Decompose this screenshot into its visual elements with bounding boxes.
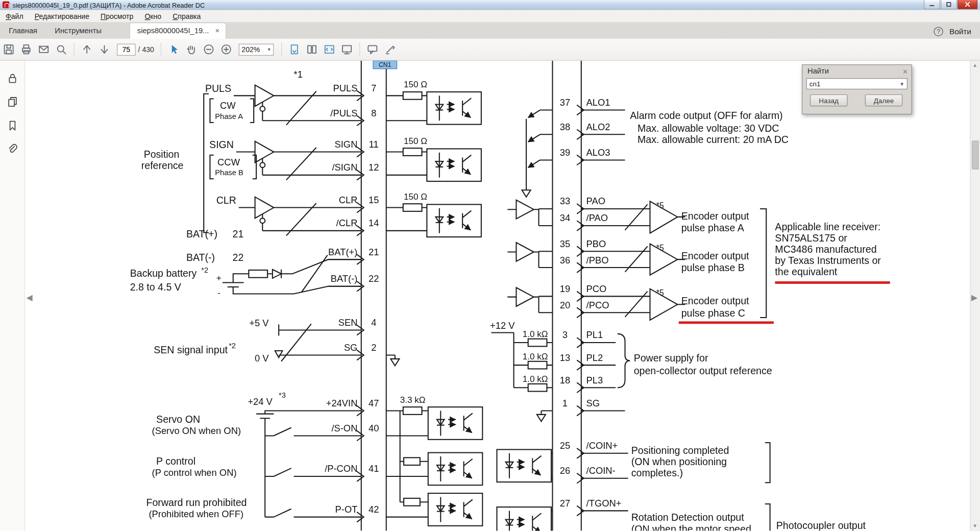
help-icon[interactable]: ? <box>934 27 943 36</box>
zoom-in-button[interactable] <box>217 41 235 58</box>
minimize-button[interactable] <box>924 0 940 9</box>
output-note: Encoder output <box>681 210 749 222</box>
tab-document[interactable]: sieps80000045I_19... × <box>129 22 227 39</box>
output-note: open-collector output reference <box>634 365 772 376</box>
resistor-label: 150 Ω <box>404 191 427 202</box>
pin-number: 13 <box>560 352 570 363</box>
find-dialog-title: Найти <box>807 67 829 76</box>
section-label: reference <box>141 160 184 171</box>
presentation-button[interactable] <box>338 41 355 58</box>
pin-number: 4 <box>371 317 376 328</box>
page-number-input[interactable]: 75 <box>117 43 136 55</box>
zoom-out-button[interactable] <box>200 41 217 58</box>
fit-width-icon <box>323 43 335 55</box>
toolbar-separator <box>359 42 360 56</box>
fit-width-button[interactable] <box>321 41 338 58</box>
menu-window[interactable]: Окно <box>139 11 167 21</box>
hand-tool-button[interactable] <box>182 41 200 58</box>
select-tool-icon <box>167 43 180 55</box>
pin-number: 34 <box>560 212 570 223</box>
next-view-arrow[interactable]: ▶ <box>971 293 977 302</box>
zoom-level-value: 202% <box>241 45 260 53</box>
combo-dropdown-icon[interactable]: ▼ <box>899 81 904 87</box>
output-note: Alarm code output (OFF for alarm) <box>630 110 782 121</box>
page-scrolling-icon <box>288 43 300 55</box>
pin-number: 21 <box>233 228 244 239</box>
search-button[interactable] <box>53 41 70 58</box>
page-scrolling-button[interactable] <box>285 41 303 58</box>
pin-number: 18 <box>560 375 570 385</box>
signal-label: ALO2 <box>586 122 610 132</box>
tab-home[interactable]: Главная <box>0 23 46 39</box>
protection-button[interactable] <box>5 70 19 85</box>
two-page-view-button[interactable] <box>303 41 320 58</box>
menu-file[interactable]: Файл <box>0 11 29 21</box>
lock-icon <box>6 72 18 84</box>
signal-label: SEN <box>338 317 358 328</box>
cn1-label: CN1 <box>379 61 391 68</box>
output-note: pulse phase B <box>681 262 745 273</box>
output-note: Rotation Detection output <box>631 512 745 523</box>
attachments-button[interactable] <box>5 142 19 157</box>
signal-label: /PAO <box>586 212 608 223</box>
output-note: Max. allowable current: 20 mA DC <box>638 134 789 145</box>
email-button[interactable] <box>35 41 53 58</box>
previous-view-arrow[interactable]: ◀ <box>26 293 32 302</box>
input-label: Backup battery <box>130 268 197 279</box>
pin-number: 33 <box>560 196 570 206</box>
signal-label: PL3 <box>586 375 603 385</box>
pin-number: 36 <box>560 255 570 266</box>
input-label: CW <box>220 100 236 111</box>
scrollbar-thumb[interactable] <box>972 141 978 170</box>
maximize-button[interactable] <box>941 0 957 9</box>
pin-number: 25 <box>560 440 570 451</box>
input-label: BAT(+) <box>186 228 217 239</box>
pin-number: 26 <box>560 465 570 476</box>
menu-edit[interactable]: Редактирование <box>29 11 95 21</box>
tab-document-label: sieps80000045I_19... <box>137 26 209 35</box>
pin-number: 2 <box>371 342 376 353</box>
scroll-down-icon[interactable]: ▼ <box>972 523 977 529</box>
close-button[interactable] <box>958 0 977 9</box>
find-next-button[interactable]: Далее <box>865 94 902 106</box>
page-up-icon <box>81 43 93 55</box>
signal-label: /SIGN <box>332 162 357 173</box>
input-label: CCW <box>217 157 240 167</box>
scroll-up-icon[interactable]: ▲ <box>972 62 977 68</box>
signal-label: PBO <box>586 238 606 249</box>
previous-page-button[interactable] <box>78 41 95 58</box>
menu-view[interactable]: Просмотр <box>95 11 139 21</box>
zoom-level-select[interactable]: 202% ▾ <box>238 43 274 55</box>
sign-in-button[interactable]: Войти <box>949 27 971 36</box>
resistor-label: 3.3 kΩ <box>400 395 426 405</box>
save-button[interactable] <box>0 41 17 58</box>
pin-number: 39 <box>560 147 570 158</box>
output-note: the equivalent <box>775 266 837 277</box>
resistor-label: 150 Ω <box>404 79 427 89</box>
find-back-button[interactable]: Назад <box>810 94 847 106</box>
input-label: Phase B <box>215 168 243 177</box>
comment-button[interactable] <box>363 41 381 58</box>
input-sublabel: (Prohibited when OFF) <box>149 509 243 519</box>
next-page-button[interactable] <box>95 41 113 58</box>
highlight-button[interactable] <box>381 41 398 58</box>
tab-close-icon[interactable]: × <box>215 27 220 35</box>
find-close-icon[interactable]: × <box>903 67 908 76</box>
tab-tools[interactable]: Инструменты <box>46 23 110 39</box>
input-label: P control <box>156 455 195 467</box>
resistor-label: 1.0 kΩ <box>523 351 548 361</box>
signal-label: SIGN <box>335 139 358 150</box>
page-thumbnails-button[interactable] <box>5 94 19 109</box>
bookmark-icon <box>6 119 18 132</box>
pin-number: 41 <box>369 463 379 474</box>
select-tool-button[interactable] <box>165 41 182 58</box>
output-note: Applicable line receiver: <box>775 221 880 232</box>
pin-number: 38 <box>560 122 570 132</box>
page-down-icon <box>98 43 110 55</box>
bookmarks-button[interactable] <box>5 118 19 133</box>
output-note: Max. allowable voltage: 30 VDC <box>638 123 779 134</box>
find-search-input[interactable]: cn1 ▼ <box>806 78 908 89</box>
menu-help[interactable]: Справка <box>167 11 206 21</box>
note-star1: *1 <box>294 69 303 80</box>
print-button[interactable] <box>17 41 35 58</box>
